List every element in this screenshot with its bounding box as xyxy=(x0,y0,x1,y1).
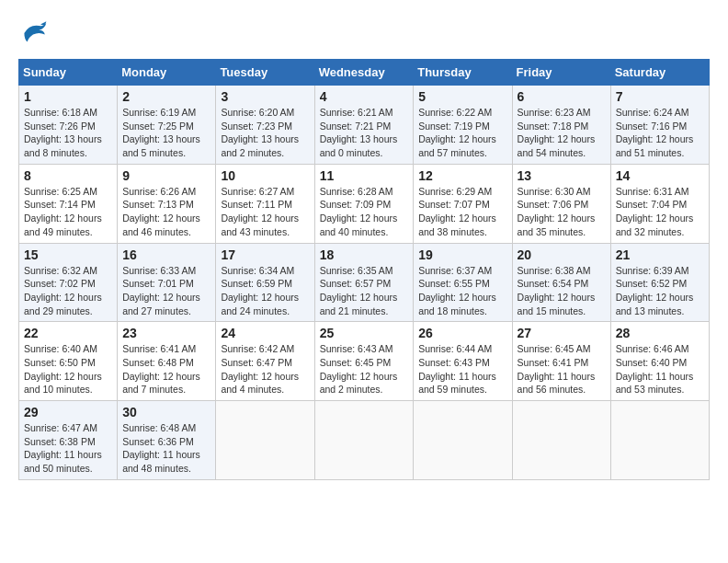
day-number: 7 xyxy=(616,89,704,104)
calendar-cell: 22Sunrise: 6:40 AM Sunset: 6:50 PM Dayli… xyxy=(19,322,118,401)
day-number: 23 xyxy=(122,326,210,340)
calendar-cell: 11Sunrise: 6:28 AM Sunset: 7:09 PM Dayli… xyxy=(314,164,414,243)
day-info: Sunrise: 6:34 AM Sunset: 6:59 PM Dayligh… xyxy=(221,264,309,318)
day-number: 19 xyxy=(418,247,506,262)
calendar-cell: 14Sunrise: 6:31 AM Sunset: 7:04 PM Dayli… xyxy=(610,164,709,243)
calendar-cell xyxy=(314,401,414,480)
day-number: 16 xyxy=(122,247,210,262)
day-number: 29 xyxy=(24,405,112,419)
calendar-cell: 9Sunrise: 6:26 AM Sunset: 7:13 PM Daylig… xyxy=(118,164,216,243)
day-number: 17 xyxy=(221,247,309,262)
calendar-cell: 24Sunrise: 6:42 AM Sunset: 6:47 PM Dayli… xyxy=(216,322,314,401)
day-info: Sunrise: 6:32 AM Sunset: 7:02 PM Dayligh… xyxy=(24,264,112,318)
calendar-cell xyxy=(216,401,314,480)
day-info: Sunrise: 6:37 AM Sunset: 6:55 PM Dayligh… xyxy=(418,264,506,318)
calendar-cell: 4Sunrise: 6:21 AM Sunset: 7:21 PM Daylig… xyxy=(314,86,414,165)
day-info: Sunrise: 6:47 AM Sunset: 6:38 PM Dayligh… xyxy=(24,421,112,476)
weekday-header-tuesday: Tuesday xyxy=(216,60,314,86)
calendar-cell: 27Sunrise: 6:45 AM Sunset: 6:41 PM Dayli… xyxy=(512,322,610,401)
day-number: 6 xyxy=(518,89,606,104)
day-info: Sunrise: 6:35 AM Sunset: 6:57 PM Dayligh… xyxy=(320,264,409,318)
day-info: Sunrise: 6:40 AM Sunset: 6:50 PM Dayligh… xyxy=(24,342,112,396)
day-info: Sunrise: 6:18 AM Sunset: 7:26 PM Dayligh… xyxy=(24,106,112,160)
calendar-cell xyxy=(610,401,709,480)
day-info: Sunrise: 6:19 AM Sunset: 7:25 PM Dayligh… xyxy=(122,106,210,160)
day-number: 2 xyxy=(122,89,210,104)
calendar-cell: 15Sunrise: 6:32 AM Sunset: 7:02 PM Dayli… xyxy=(19,243,118,322)
day-number: 21 xyxy=(616,247,704,262)
weekday-header-saturday: Saturday xyxy=(610,60,709,86)
logo xyxy=(18,18,51,44)
day-info: Sunrise: 6:31 AM Sunset: 7:04 PM Dayligh… xyxy=(616,185,704,239)
calendar-cell: 2Sunrise: 6:19 AM Sunset: 7:25 PM Daylig… xyxy=(118,86,216,165)
calendar-cell: 28Sunrise: 6:46 AM Sunset: 6:40 PM Dayli… xyxy=(610,322,709,401)
day-info: Sunrise: 6:38 AM Sunset: 6:54 PM Dayligh… xyxy=(518,264,606,318)
calendar-cell: 10Sunrise: 6:27 AM Sunset: 7:11 PM Dayli… xyxy=(216,164,314,243)
week-row-4: 22Sunrise: 6:40 AM Sunset: 6:50 PM Dayli… xyxy=(19,322,710,401)
calendar-cell: 13Sunrise: 6:30 AM Sunset: 7:06 PM Dayli… xyxy=(512,164,610,243)
day-number: 28 xyxy=(616,326,704,340)
calendar-cell: 20Sunrise: 6:38 AM Sunset: 6:54 PM Dayli… xyxy=(512,243,610,322)
day-number: 9 xyxy=(122,168,210,183)
week-row-5: 29Sunrise: 6:47 AM Sunset: 6:38 PM Dayli… xyxy=(19,401,710,480)
day-number: 20 xyxy=(518,247,606,262)
day-info: Sunrise: 6:30 AM Sunset: 7:06 PM Dayligh… xyxy=(518,185,606,239)
day-info: Sunrise: 6:21 AM Sunset: 7:21 PM Dayligh… xyxy=(320,106,409,160)
day-info: Sunrise: 6:42 AM Sunset: 6:47 PM Dayligh… xyxy=(221,342,309,396)
day-info: Sunrise: 6:39 AM Sunset: 6:52 PM Dayligh… xyxy=(616,264,704,318)
calendar-cell: 1Sunrise: 6:18 AM Sunset: 7:26 PM Daylig… xyxy=(19,86,118,165)
day-number: 11 xyxy=(320,168,409,183)
day-info: Sunrise: 6:22 AM Sunset: 7:19 PM Dayligh… xyxy=(418,106,506,160)
week-row-3: 15Sunrise: 6:32 AM Sunset: 7:02 PM Dayli… xyxy=(19,243,710,322)
day-info: Sunrise: 6:26 AM Sunset: 7:13 PM Dayligh… xyxy=(122,185,210,239)
page-header xyxy=(18,18,710,44)
calendar-cell: 23Sunrise: 6:41 AM Sunset: 6:48 PM Dayli… xyxy=(118,322,216,401)
day-number: 24 xyxy=(221,326,309,340)
weekday-header-row: SundayMondayTuesdayWednesdayThursdayFrid… xyxy=(19,60,710,86)
day-number: 30 xyxy=(122,405,210,419)
weekday-header-friday: Friday xyxy=(512,60,610,86)
day-number: 25 xyxy=(320,326,409,340)
day-info: Sunrise: 6:24 AM Sunset: 7:16 PM Dayligh… xyxy=(616,106,704,160)
day-info: Sunrise: 6:46 AM Sunset: 6:40 PM Dayligh… xyxy=(616,342,704,396)
calendar-cell: 17Sunrise: 6:34 AM Sunset: 6:59 PM Dayli… xyxy=(216,243,314,322)
day-number: 8 xyxy=(24,168,112,183)
weekday-header-thursday: Thursday xyxy=(414,60,512,86)
day-number: 12 xyxy=(418,168,506,183)
day-number: 4 xyxy=(320,89,409,104)
calendar-cell xyxy=(414,401,512,480)
calendar-cell: 18Sunrise: 6:35 AM Sunset: 6:57 PM Dayli… xyxy=(314,243,414,322)
day-number: 5 xyxy=(418,89,506,104)
day-number: 10 xyxy=(221,168,309,183)
weekday-header-monday: Monday xyxy=(118,60,216,86)
day-info: Sunrise: 6:45 AM Sunset: 6:41 PM Dayligh… xyxy=(518,342,606,396)
calendar-cell: 7Sunrise: 6:24 AM Sunset: 7:16 PM Daylig… xyxy=(610,86,709,165)
calendar-cell: 5Sunrise: 6:22 AM Sunset: 7:19 PM Daylig… xyxy=(414,86,512,165)
week-row-1: 1Sunrise: 6:18 AM Sunset: 7:26 PM Daylig… xyxy=(19,86,710,165)
day-info: Sunrise: 6:41 AM Sunset: 6:48 PM Dayligh… xyxy=(122,342,210,396)
calendar-table: SundayMondayTuesdayWednesdayThursdayFrid… xyxy=(18,59,710,480)
calendar-cell: 29Sunrise: 6:47 AM Sunset: 6:38 PM Dayli… xyxy=(19,401,118,480)
weekday-header-wednesday: Wednesday xyxy=(314,60,414,86)
day-number: 1 xyxy=(24,89,112,104)
day-info: Sunrise: 6:23 AM Sunset: 7:18 PM Dayligh… xyxy=(518,106,606,160)
day-number: 15 xyxy=(24,247,112,262)
day-number: 18 xyxy=(320,247,409,262)
week-row-2: 8Sunrise: 6:25 AM Sunset: 7:14 PM Daylig… xyxy=(19,164,710,243)
day-info: Sunrise: 6:29 AM Sunset: 7:07 PM Dayligh… xyxy=(418,185,506,239)
day-info: Sunrise: 6:27 AM Sunset: 7:11 PM Dayligh… xyxy=(221,185,309,239)
calendar-cell: 12Sunrise: 6:29 AM Sunset: 7:07 PM Dayli… xyxy=(414,164,512,243)
day-info: Sunrise: 6:20 AM Sunset: 7:23 PM Dayligh… xyxy=(221,106,309,160)
calendar-cell: 16Sunrise: 6:33 AM Sunset: 7:01 PM Dayli… xyxy=(118,243,216,322)
calendar-cell: 30Sunrise: 6:48 AM Sunset: 6:36 PM Dayli… xyxy=(118,401,216,480)
calendar-cell: 3Sunrise: 6:20 AM Sunset: 7:23 PM Daylig… xyxy=(216,86,314,165)
calendar-cell: 8Sunrise: 6:25 AM Sunset: 7:14 PM Daylig… xyxy=(19,164,118,243)
day-info: Sunrise: 6:48 AM Sunset: 6:36 PM Dayligh… xyxy=(122,421,210,476)
day-number: 3 xyxy=(221,89,309,104)
weekday-header-sunday: Sunday xyxy=(19,60,118,86)
calendar-cell: 21Sunrise: 6:39 AM Sunset: 6:52 PM Dayli… xyxy=(610,243,709,322)
day-info: Sunrise: 6:33 AM Sunset: 7:01 PM Dayligh… xyxy=(122,264,210,318)
calendar-cell: 26Sunrise: 6:44 AM Sunset: 6:43 PM Dayli… xyxy=(414,322,512,401)
day-number: 13 xyxy=(518,168,606,183)
calendar-cell: 19Sunrise: 6:37 AM Sunset: 6:55 PM Dayli… xyxy=(414,243,512,322)
